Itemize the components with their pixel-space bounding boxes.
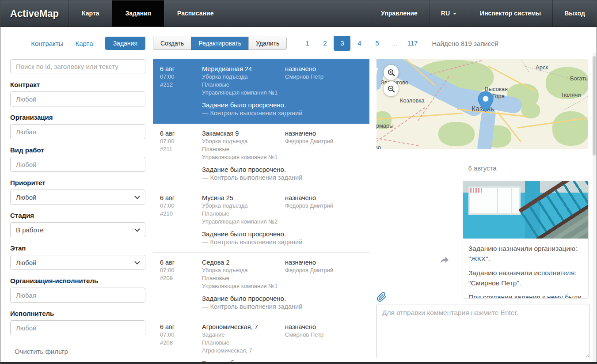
page-link[interactable]: 5 — [368, 36, 386, 51]
task-id: #210 — [160, 210, 202, 218]
task-note-title: Задание было просрочено. — [202, 295, 362, 303]
task-row[interactable]: 6 авг 07:00 #210 Мусина 25 Уборка подъез… — [153, 188, 369, 253]
task-title: Седова 2 — [202, 258, 285, 266]
comment-line: Заданию назначили исполнителя: "Смирнов … — [468, 268, 583, 288]
task-main: Агрономическая, 7 ЗаданиеПлановыеАгроном… — [202, 323, 285, 355]
subnav-tab-tasks[interactable]: Задания — [105, 37, 145, 50]
filter-input[interactable] — [10, 157, 145, 172]
main-nav-tab[interactable]: Расписание — [164, 0, 226, 27]
paperclip-icon — [376, 292, 387, 302]
forward-button[interactable] — [439, 254, 450, 265]
window-bottom-edge — [0, 362, 597, 364]
task-status: назначено — [285, 323, 362, 331]
task-date: 6 авг — [160, 129, 202, 137]
task-note-detail: — Контроль выполнения заданий — [202, 109, 362, 117]
task-row[interactable]: 6 авг 07:00 #211 Закамская 9 Уборка подъ… — [153, 124, 369, 188]
map-place-label: Богаты — [570, 75, 588, 82]
task-assignee: Смирнов Петр — [285, 73, 362, 81]
task-title: Мусина 25 — [202, 194, 285, 202]
zoom-in-icon — [387, 68, 395, 77]
task-title: Меридианная 24 — [202, 65, 285, 73]
task-assignment: назначено Федоров Дмитрий — [285, 258, 362, 290]
page-link[interactable]: 1 — [298, 36, 316, 51]
search-input[interactable] — [10, 59, 145, 73]
crud-button-group: Создать Редактировать Удалить — [153, 37, 287, 50]
main-nav-tab[interactable]: Задания — [112, 0, 164, 27]
task-assignee: Федоров Дмитрий — [285, 266, 362, 274]
comment-line: При создании задания к нему были — [468, 292, 583, 299]
task-details: ЗаданиеПлановыеАгрономическая, 7 — [202, 331, 285, 355]
task-note: Задание было просрочено. — Контроль выпо… — [202, 230, 362, 246]
top-navbar: ActiveMap КартаЗаданияРасписание Управле… — [0, 0, 597, 27]
filter-input[interactable] — [10, 124, 145, 139]
task-date: 6 авг — [160, 323, 202, 331]
delete-button[interactable]: Удалить — [248, 37, 287, 50]
page-link[interactable]: 3 — [334, 36, 350, 51]
scrollbar[interactable] — [593, 53, 596, 362]
create-button[interactable]: Создать — [153, 37, 191, 50]
task-main: Закамская 9 Уборка подъездаПлановыеУправ… — [202, 129, 285, 161]
page-link[interactable]: ... — [386, 36, 403, 51]
task-note-detail: — Контроль выполнения заданий — [202, 174, 362, 182]
task-note-detail: — Контроль выполнения заданий — [202, 303, 362, 311]
task-note-title: Задание было просрочено. — [202, 230, 362, 238]
comment-input-area — [376, 304, 590, 358]
page-link[interactable]: 117 — [403, 36, 421, 51]
comment-text: Заданию назначили организацию: "ЖКХ".Зад… — [463, 239, 588, 299]
subnav-link[interactable]: Контракты — [31, 40, 63, 47]
task-title: Агрономическая, 7 — [202, 323, 285, 331]
map-place-label: Тюлячи — [561, 91, 581, 98]
filter-group: Этап Любой — [10, 244, 145, 270]
map-place-label: Козловка — [400, 97, 425, 104]
task-row[interactable]: 6 авг 07:00 #208 Агрономическая, 7 Задан… — [153, 317, 369, 364]
task-assignment: назначено Смирнов Петр — [285, 65, 362, 97]
filter-select[interactable]: Любой — [10, 190, 145, 205]
filter-select[interactable]: В работе — [10, 222, 145, 237]
attach-file-button[interactable] — [376, 292, 387, 303]
task-details: Уборка подъездаПлановыеУправляющая компа… — [202, 73, 285, 97]
navbar-menu-item[interactable]: Инспектор системы — [468, 0, 552, 27]
subnav-link[interactable]: Карта — [76, 40, 93, 47]
task-list: 6 авг 07:00 #212 Меридианная 24 Уборка п… — [153, 59, 369, 364]
task-row[interactable]: 6 авг 07:00 #212 Меридианная 24 Уборка п… — [153, 59, 369, 124]
page-link[interactable]: 2 — [316, 36, 334, 51]
task-note-title: Задание было просрочено. — [202, 101, 362, 109]
task-assignment: назначено Федоров Дмитрий — [285, 129, 362, 161]
task-details: Уборка подъездаПлановыеУправляющая компа… — [202, 137, 285, 161]
edit-button[interactable]: Редактировать — [191, 37, 249, 50]
map-place-label: во — [376, 144, 381, 149]
task-note-detail: — Контроль выполнения заданий — [202, 238, 362, 246]
clear-filter-link[interactable]: Очистить фильтр — [15, 348, 68, 355]
attached-photo[interactable] — [463, 181, 588, 239]
task-row[interactable]: 6 авг 07:00 #209 Седова 2 Уборка подъезд… — [153, 253, 369, 317]
navbar-menu-item[interactable]: Управление — [369, 0, 429, 27]
feed-date-header: 6 августа — [376, 164, 588, 172]
navbar-menu-item[interactable]: RU — [429, 0, 468, 27]
map-view[interactable]: ЗвениговоКозловкаУрмарывоКазаньВысокаяГо… — [376, 59, 588, 149]
filter-group: Исполнитель — [10, 310, 145, 335]
filter-label: Организация — [10, 114, 145, 121]
navbar-right-menu: УправлениеRUИнспектор системыВыход — [369, 0, 597, 27]
filter-group: Организация-исполнитель — [10, 277, 145, 303]
page-link[interactable]: 4 — [350, 36, 368, 51]
main-nav-tab[interactable]: Карта — [68, 0, 112, 27]
comment-bubble[interactable]: Заданию назначили организацию: "ЖКХ".Зад… — [463, 181, 589, 299]
map-place-label: Гора — [492, 93, 505, 99]
filter-input[interactable] — [10, 320, 145, 335]
map-place-label: Урмары — [376, 122, 394, 129]
zoom-out-button[interactable] — [384, 81, 399, 96]
task-details: Уборка подъездаПлановыеУправляющая компа… — [202, 266, 285, 290]
zoom-in-button[interactable] — [384, 65, 399, 80]
comment-input[interactable] — [376, 304, 590, 358]
filter-select-wrap: Любой — [10, 255, 145, 270]
filter-select[interactable]: Любой — [10, 255, 145, 270]
filter-input[interactable] — [10, 91, 145, 106]
task-time: 07:00 — [160, 202, 202, 210]
scrollbar-thumb[interactable] — [593, 56, 596, 155]
filter-input[interactable] — [10, 288, 145, 303]
navbar-menu-item[interactable]: Выход — [552, 0, 597, 27]
filter-label: Контракт — [10, 81, 145, 89]
task-id: #209 — [160, 274, 202, 282]
pagination: 12345...117 — [298, 36, 421, 51]
task-assignee: Федоров Дмитрий — [285, 137, 362, 145]
